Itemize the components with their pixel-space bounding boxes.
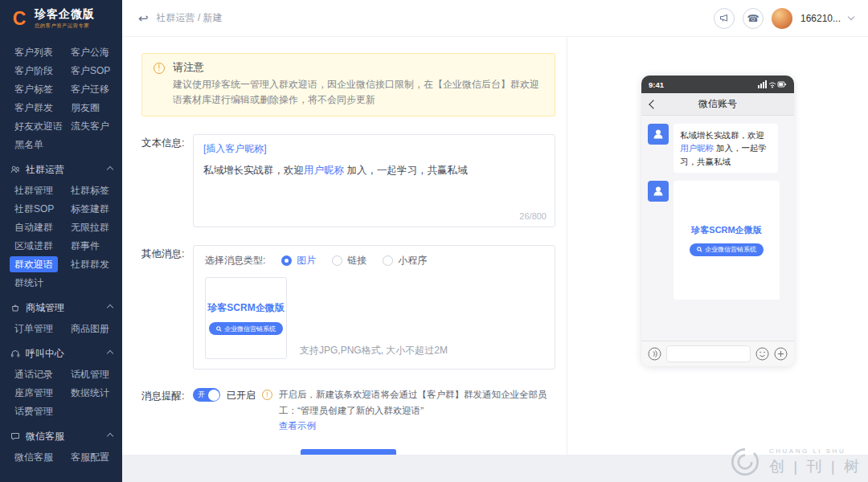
sidebar-item-customer-transfer[interactable]: 客户迁移 <box>64 80 122 99</box>
other-message-box: 选择消息类型: 图片 链接 <box>193 245 555 370</box>
radio-label: 图片 <box>297 254 316 268</box>
sidebar-section-mall[interactable]: 商城管理 <box>0 296 122 320</box>
sidebar-item-region-join[interactable]: 区域进群 <box>0 237 64 255</box>
sidebar-item-group-tag[interactable]: 社群标签 <box>64 182 122 200</box>
radio-image[interactable]: 图片 <box>281 254 316 268</box>
emoji-icon[interactable] <box>755 347 769 361</box>
phone-text-input[interactable] <box>666 345 751 362</box>
back-icon[interactable]: ↩ <box>138 11 149 26</box>
sidebar: C 珍客企微版 您的客户资产运营专家 客户列表 客户公海 客户阶段 客户SOP … <box>0 0 122 482</box>
sidebar-item-friend-welcome[interactable]: 好友欢迎语 <box>0 117 64 136</box>
voice-icon[interactable] <box>648 347 661 361</box>
chevron-up-icon[interactable] <box>107 433 113 439</box>
sidebar-item-label: 自动建群 <box>14 222 53 233</box>
sidebar-item-customer-mass-send[interactable]: 客户群发 <box>0 99 64 117</box>
logo[interactable]: C 珍客企微版 您的客户资产运营专家 <box>0 0 122 37</box>
sidebar-menu: 客户列表 客户公海 客户阶段 客户SOP 客户标签 客户迁移 客户群发 朋友圈 … <box>0 37 122 467</box>
sidebar-section-label: 呼叫中心 <box>26 347 64 361</box>
brand-title: 珍客SCRM企微版 <box>691 224 761 236</box>
account-name[interactable]: 166210... <box>800 13 841 24</box>
notify-row: 消息提醒: 开 已开启 ! 开启后，新建该条欢迎语将会通过【客户群】群发通知企业… <box>141 387 555 435</box>
upload-hint: 支持JPG,PNG格式, 大小不超过2M <box>300 344 448 359</box>
other-message-row: 其他消息: 选择消息类型: 图片 链接 <box>141 245 555 370</box>
nickname-token: 用户昵称 <box>304 165 344 176</box>
avatar[interactable] <box>772 8 792 29</box>
sidebar-item-lost-customer[interactable]: 流失客户 <box>64 117 122 136</box>
chevron-up-icon[interactable] <box>107 304 113 311</box>
chevron-up-icon[interactable] <box>107 350 113 357</box>
radio-link[interactable]: 链接 <box>332 254 366 268</box>
sidebar-item-label: 标签建群 <box>71 203 109 214</box>
sidebar-item-call-records[interactable]: 通话记录 <box>0 366 64 384</box>
contact-avatar <box>648 124 669 145</box>
notify-toggle[interactable]: 开 <box>193 388 220 402</box>
announcement-button[interactable] <box>714 8 735 29</box>
sidebar-item-product-album[interactable]: 商品图册 <box>64 320 122 338</box>
sidebar-item-tag-group-build[interactable]: 标签建群 <box>64 200 122 219</box>
sidebar-item-group-event[interactable]: 群事件 <box>64 237 122 255</box>
sidebar-item-group-manage[interactable]: 社群管理 <box>0 182 64 200</box>
back-chevron-icon[interactable] <box>649 100 657 108</box>
sidebar-item-label: 订单管理 <box>14 323 53 334</box>
notify-desc-text: 开启后，新建该条欢迎语将会通过【客户群】群发通知企业全部员工：“管理员创建了新的… <box>279 390 547 415</box>
sidebar-item-blacklist[interactable]: 黑名单 <box>0 136 64 154</box>
sidebar-item-service-config[interactable]: 客服配置 <box>64 448 122 467</box>
insert-nickname-link[interactable]: [插入客户昵称] <box>194 135 276 161</box>
contact-avatar <box>648 181 669 202</box>
notify-label: 消息提醒: <box>141 387 193 435</box>
sidebar-item-group-mass-send[interactable]: 社群群发 <box>64 255 122 274</box>
notice-body: 建议使用珍客统一管理入群欢迎语，因企业微信接口限制，在【企业微信后台】群欢迎语素… <box>173 77 542 108</box>
chat-message-image: 珍客SCRM企微版 企业微信营销系统 <box>648 181 788 300</box>
sidebar-item-group-welcome[interactable]: 群欢迎语 <box>0 255 64 274</box>
topbar: ↩ 社群运营 / 新建 ☎ 166210... <box>122 0 868 37</box>
community-icon <box>10 165 20 174</box>
text-message-content[interactable]: 私域增长实战群，欢迎用户昵称 加入，一起学习，共赢私域 <box>194 161 555 180</box>
sidebar-item-label: 群事件 <box>71 240 100 251</box>
sidebar-item-customer-list[interactable]: 客户列表 <box>0 43 64 62</box>
view-example-link[interactable]: 查看示例 <box>279 419 555 435</box>
radio-miniprogram[interactable]: 小程序 <box>383 254 427 268</box>
sidebar-item-call-fee-manage[interactable]: 话费管理 <box>0 402 64 421</box>
phone-button[interactable]: ☎ <box>743 8 764 29</box>
sidebar-item-unlimited-pull[interactable]: 无限拉群 <box>64 219 122 237</box>
sidebar-section-label: 商城管理 <box>26 301 64 315</box>
sidebar-item-wecom-service[interactable]: 微信客服 <box>0 448 64 467</box>
brand-badge: 企业微信营销系统 <box>690 243 764 256</box>
sidebar-item-label: 客户迁移 <box>71 84 109 95</box>
image-preview[interactable]: 珍客SCRM企微版 企业微信营销系统 <box>205 277 287 359</box>
phone-status-bar: 9:41 <box>641 76 794 93</box>
sidebar-item-phone-manage[interactable]: 话机管理 <box>64 366 122 384</box>
sidebar-item-customer-pool[interactable]: 客户公海 <box>64 43 122 62</box>
sidebar-item-group-sop[interactable]: 社群SOP <box>0 200 64 219</box>
warning-icon: ! <box>154 63 165 74</box>
chevron-down-icon[interactable] <box>848 13 854 19</box>
sidebar-item-auto-group[interactable]: 自动建群 <box>0 219 64 237</box>
sidebar-section-call-center[interactable]: 呼叫中心 <box>0 341 122 366</box>
sidebar-section-label: 微信客服 <box>26 430 64 443</box>
plus-icon[interactable] <box>774 347 788 361</box>
info-icon: ! <box>262 390 272 400</box>
sidebar-item-moments[interactable]: 朋友圈 <box>64 99 122 117</box>
sidebar-item-customer-stage[interactable]: 客户阶段 <box>0 62 64 80</box>
text-message-row: 文本信息: [插入客户昵称] 私域增长实战群，欢迎用户昵称 加入，一起学习，共赢… <box>141 134 555 227</box>
sidebar-item-label: 客户阶段 <box>14 65 53 76</box>
radio-icon <box>383 255 393 266</box>
sidebar-item-label: 客户列表 <box>14 47 53 58</box>
sidebar-item-agent-manage[interactable]: 座席管理 <box>0 384 64 402</box>
sidebar-section-wecom-service[interactable]: 微信客服 <box>0 424 122 448</box>
sidebar-item-customer-sop[interactable]: 客户SOP <box>64 62 122 80</box>
sidebar-item-label: 好友欢迎语 <box>14 120 63 132</box>
sidebar-group-customer: 客户列表 客户公海 客户阶段 客户SOP 客户标签 客户迁移 客户群发 朋友圈 … <box>0 43 122 154</box>
main-column: ↩ 社群运营 / 新建 ☎ 166210... ! <box>122 0 868 482</box>
chevron-up-icon[interactable] <box>107 166 113 173</box>
sidebar-group-mall: 订单管理 商品图册 <box>0 320 122 338</box>
sidebar-item-order-manage[interactable]: 订单管理 <box>0 320 64 338</box>
sidebar-item-customer-tag[interactable]: 客户标签 <box>0 80 64 99</box>
sidebar-section-community[interactable]: 社群运营 <box>0 157 122 182</box>
sidebar-item-data-stats[interactable]: 数据统计 <box>64 384 122 402</box>
create-welcome-button[interactable]: 新建入群欢迎语 <box>301 449 397 455</box>
sidebar-item-group-stats[interactable]: 群统计 <box>0 274 64 292</box>
message-type-label: 选择消息类型: <box>205 254 265 268</box>
text-message-field[interactable]: [插入客户昵称] 私域增长实战群，欢迎用户昵称 加入，一起学习，共赢私域 26/… <box>193 134 555 227</box>
phone-time: 9:41 <box>649 80 664 89</box>
